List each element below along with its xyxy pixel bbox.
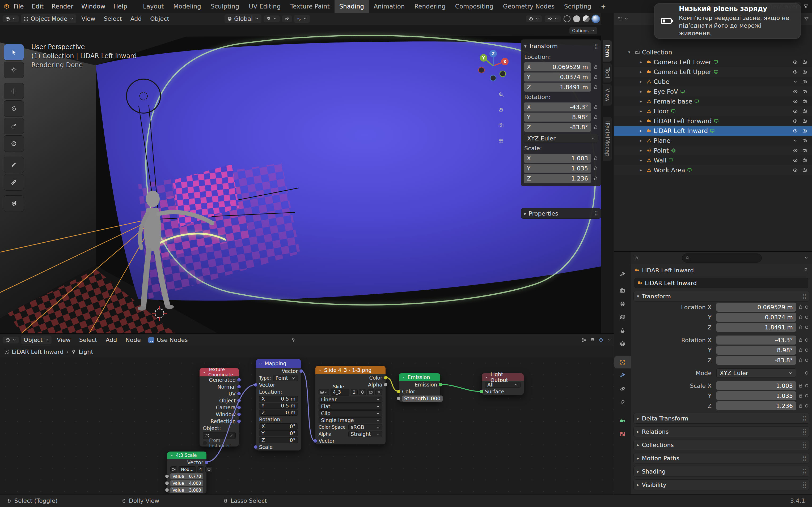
alpha-dropdown[interactable]: Straight — [348, 431, 383, 437]
rotation-mode-dropdown[interactable]: XYZ Euler — [716, 369, 796, 378]
output-color[interactable]: Color — [315, 374, 386, 381]
socket-vector[interactable] — [237, 399, 241, 403]
tab-shading[interactable]: Shading — [335, 0, 369, 13]
tab-rendering[interactable]: Rendering — [409, 0, 450, 13]
outliner-row-eye-fov[interactable]: ▸ Eye FoV — [614, 87, 812, 96]
keyframe-dot[interactable] — [805, 371, 808, 375]
disable-render-icon[interactable] — [802, 158, 807, 163]
object-name-field[interactable]: LiDAR Left Inward — [635, 278, 808, 288]
fake-user-button[interactable] — [205, 466, 212, 472]
lock-icon[interactable] — [798, 383, 803, 388]
expand-icon[interactable]: ▸ — [640, 79, 645, 84]
rotation-x-field[interactable]: X-43.3° — [524, 103, 591, 111]
keyframe-dot[interactable] — [805, 338, 808, 342]
chevron-down-icon[interactable] — [793, 79, 798, 84]
tab-constraints[interactable] — [614, 396, 631, 408]
output-alpha[interactable]: Alpha — [315, 381, 386, 388]
chevron-down-icon[interactable] — [804, 256, 808, 260]
panel-visibility[interactable]: ▸Visibility⣿ — [633, 480, 809, 490]
input-vector[interactable]: Vector — [256, 382, 301, 388]
rotation-z-field[interactable]: Z0° — [259, 437, 298, 443]
shader-editor[interactable]: Object View Select Add Node Use Nodes Li… — [0, 334, 614, 494]
rotation-x-field[interactable]: X0° — [259, 424, 298, 430]
output-reflection[interactable]: Reflection — [200, 418, 239, 425]
tool-measure[interactable] — [4, 174, 24, 190]
socket-vector[interactable] — [254, 445, 258, 449]
output-window[interactable]: Window — [200, 411, 239, 418]
tab-animation[interactable]: Animation — [369, 0, 409, 13]
output-vector[interactable]: Vector — [256, 368, 301, 375]
panel-shading[interactable]: ▸Shading⣿ — [633, 466, 809, 477]
input-surface[interactable]: Surface — [482, 388, 524, 395]
disable-render-icon[interactable] — [802, 99, 807, 104]
snap-toggle[interactable] — [264, 15, 280, 22]
group-browse-button[interactable] — [170, 466, 177, 472]
expand-icon[interactable]: ▸ — [640, 118, 645, 123]
outliner-row-camera-left-lower[interactable]: ▸ Camera Left Lower — [614, 57, 812, 67]
menu-add[interactable]: Add — [127, 14, 145, 23]
zoom-button[interactable] — [495, 89, 507, 100]
socket-vector[interactable] — [237, 378, 241, 382]
menu-select[interactable]: Select — [101, 14, 125, 23]
node-header[interactable]: Texture Coordinate — [200, 368, 239, 377]
menu-render[interactable]: Render — [48, 2, 77, 11]
node-image-texture[interactable]: Slide 4_3 - 1-3.png Color Alpha Slide 4_… — [315, 365, 386, 445]
lock-icon[interactable] — [593, 125, 598, 129]
chevron-down-icon[interactable] — [607, 338, 611, 342]
keyframe-dot[interactable] — [805, 404, 808, 407]
scale-x-field[interactable]: 1.003 — [716, 381, 796, 390]
hide-viewport-icon[interactable] — [793, 109, 798, 114]
outliner-row-lidar-left-inward[interactable]: ▸ LiDAR Left Inward — [614, 126, 812, 136]
keyframe-dot[interactable] — [805, 305, 808, 309]
disable-render-icon[interactable] — [802, 109, 807, 114]
tab-object-data[interactable] — [614, 415, 631, 427]
hide-viewport-icon[interactable] — [793, 168, 798, 173]
battery-notification[interactable]: Низький рівень заряду Комп’ютер невдовзі… — [654, 3, 801, 39]
transform-panel-header[interactable]: ▾ Transform ⣿ — [524, 42, 598, 52]
expand-icon[interactable]: ▸ — [640, 148, 645, 153]
hide-viewport-icon[interactable] — [793, 60, 798, 64]
value-2-field[interactable]: Value4.000 — [170, 480, 203, 486]
socket-vector[interactable] — [237, 412, 241, 416]
colorspace-dropdown[interactable]: sRGB — [348, 424, 383, 430]
node-light-output[interactable]: Light Output All Surface — [481, 373, 524, 395]
lock-icon[interactable] — [593, 115, 598, 119]
tab-modifiers[interactable] — [614, 370, 631, 382]
value-3-row[interactable]: Value3.000 — [167, 487, 206, 494]
pin-icon[interactable] — [291, 338, 296, 342]
keyframe-dot[interactable] — [805, 348, 808, 352]
outliner-row-plane[interactable]: ▸ Plane — [614, 136, 812, 146]
value-2-row[interactable]: Value4.000 — [167, 480, 206, 487]
output-normal[interactable]: Normal — [200, 383, 239, 390]
socket-value[interactable] — [397, 397, 401, 401]
socket-vector[interactable] — [237, 385, 241, 389]
expand-icon[interactable]: ▸ — [640, 158, 645, 163]
breadcrumb-object[interactable]: LiDAR Left Inward — [12, 348, 63, 355]
lock-icon[interactable] — [593, 166, 598, 171]
menu-object[interactable]: Object — [147, 14, 172, 23]
socket-vector[interactable] — [313, 439, 317, 443]
socket-vector[interactable] — [299, 369, 303, 373]
value-3-field[interactable]: Value3.000 — [170, 487, 203, 493]
properties-search-input[interactable] — [682, 253, 762, 263]
tab-uv-editing[interactable]: UV Editing — [244, 0, 285, 13]
lock-icon[interactable] — [798, 305, 803, 309]
tab-physics[interactable] — [614, 383, 631, 395]
lock-icon[interactable] — [593, 156, 598, 161]
disable-render-icon[interactable] — [802, 148, 807, 153]
rotation-z-field[interactable]: Z-83.8° — [524, 123, 591, 132]
ortho-toggle-button[interactable] — [495, 135, 507, 147]
rotation-y-field[interactable]: Y0° — [259, 430, 298, 436]
tool-annotate[interactable] — [4, 157, 24, 173]
rotation-x-field[interactable]: -43.3° — [716, 336, 796, 345]
menu-help[interactable]: Help — [109, 2, 131, 11]
lock-icon[interactable] — [798, 338, 803, 342]
panel-delta-transform[interactable]: ▸Delta Transform⣿ — [633, 413, 809, 424]
disable-render-icon[interactable] — [802, 119, 807, 123]
tab-ifacialmocap[interactable]: iFacialMocap — [603, 117, 612, 161]
value-1-field[interactable]: Value0.770 — [170, 473, 203, 480]
rotation-y-field[interactable]: 8.98° — [716, 346, 796, 355]
socket-shader[interactable] — [479, 390, 484, 394]
socket-vector[interactable] — [237, 392, 241, 396]
outliner-row-work-area[interactable]: ▸ Work Area — [614, 165, 812, 175]
